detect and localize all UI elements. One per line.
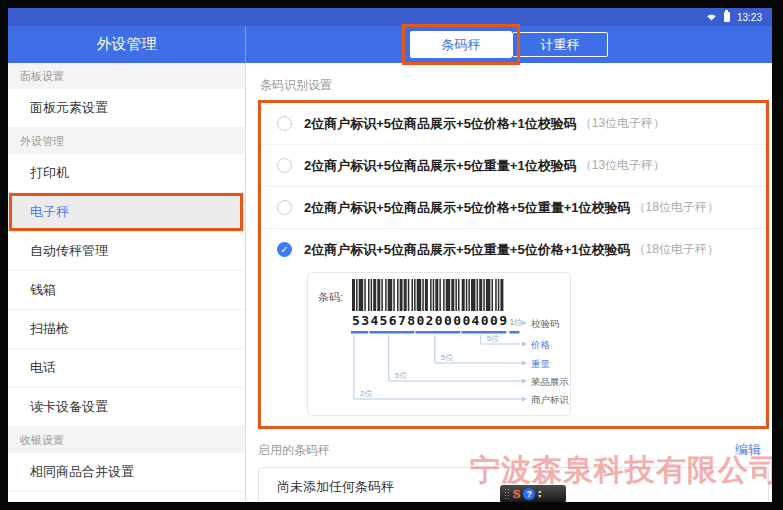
option-label: 2位商户标识+5位商品展示+5位价格+5位重量+1位校验码 <box>304 199 631 217</box>
barcode-format-option-4[interactable]: 2位商户标识+5位商品展示+5位重量+5位价格+1位校验码 （18位电子秤） <box>261 229 766 270</box>
option-note: （18位电子秤） <box>634 199 719 216</box>
sidebar-item-merge-same-goods[interactable]: 相同商品合并设置 <box>8 453 245 492</box>
tab-barcode-scale[interactable]: 条码秤 <box>410 31 512 58</box>
barcode-recognition-settings-label: 条码识别设置 <box>260 77 769 94</box>
sidebar-item-auto-scale-mgmt[interactable]: 自动传秤管理 <box>8 232 245 271</box>
enabled-scales-label: 启用的条码秤 <box>258 442 330 459</box>
svg-text:价格: 价格 <box>530 339 551 350</box>
svg-text:校验码: 校验码 <box>530 318 560 329</box>
barcode-format-option-1[interactable]: 2位商户标识+5位商品展示+5位价格+1位校验码 （13位电子秤） <box>261 103 766 145</box>
help-icon[interactable]: ? <box>523 488 535 500</box>
screenshot-tool-overlay: S ? ▴▾ <box>500 485 566 502</box>
barcode-diagram: 条码:534567802000040091位校验码5位价格5位重量5位菜品展示2… <box>307 272 571 416</box>
sidebar-section-panel-settings: 面板设置 <box>8 63 245 89</box>
radio-icon[interactable] <box>277 158 292 173</box>
svg-text:菜品展示: 菜品展示 <box>531 376 569 387</box>
svg-text:商户标识: 商户标识 <box>531 394 570 405</box>
wifi-icon <box>706 12 717 23</box>
radio-icon[interactable] <box>277 200 292 215</box>
header-tabs-area: 条码秤 计重秤 <box>246 26 772 63</box>
sidebar-item-printer[interactable]: 打印机 <box>8 154 245 193</box>
option-note: （18位电子秤） <box>634 241 719 258</box>
svg-text:5位: 5位 <box>395 371 407 380</box>
status-time: 13:23 <box>737 12 762 23</box>
option-label: 2位商户标识+5位商品展示+5位价格+1位校验码 <box>304 115 577 133</box>
tab-group: 条码秤 计重秤 <box>410 31 608 58</box>
radio-icon[interactable] <box>277 242 292 257</box>
empty-scale-text: 尚未添加任何条码秤 <box>277 478 394 496</box>
option-label: 2位商户标识+5位商品展示+5位重量+5位价格+1位校验码 <box>304 241 631 259</box>
option-note: （13位电子秤） <box>580 115 665 132</box>
edit-link[interactable]: 编辑 <box>735 441 761 459</box>
svg-text:2位: 2位 <box>360 389 372 398</box>
svg-text:5位: 5位 <box>487 334 499 343</box>
sidebar-item-label: 电子秤 <box>30 204 69 219</box>
snip-logo-icon[interactable]: S <box>513 486 520 502</box>
svg-text:1位: 1位 <box>509 317 523 327</box>
svg-text:5位: 5位 <box>441 353 453 362</box>
sidebar-item-phone[interactable]: 电话 <box>8 349 245 388</box>
annotation-box-options: 2位商户标识+5位商品展示+5位价格+1位校验码 （13位电子秤） 2位商户标识… <box>258 100 769 429</box>
status-bar: 13:23 <box>8 8 772 26</box>
header-bar: 外设管理 条码秤 计重秤 <box>8 26 772 63</box>
barcode-diagram-svg: 条码:534567802000040091位校验码5位价格5位重量5位菜品展示2… <box>308 273 570 415</box>
drag-handle-icon[interactable] <box>504 488 510 500</box>
tab-weighing-scale[interactable]: 计重秤 <box>512 32 608 57</box>
svg-text:53456780200004009: 53456780200004009 <box>352 313 507 328</box>
sidebar-item-electronic-scale[interactable]: 电子秤 <box>8 193 245 232</box>
page-title-area: 外设管理 <box>8 26 246 63</box>
sidebar-item-panel-elements[interactable]: 面板元素设置 <box>8 89 245 128</box>
sidebar-section-cashier-settings: 收银设置 <box>8 427 245 453</box>
option-label: 2位商户标识+5位商品展示+5位重量+1位校验码 <box>304 157 577 175</box>
svg-text:条码:: 条码: <box>318 291 343 303</box>
sidebar-item-scanner-gun[interactable]: 扫描枪 <box>8 310 245 349</box>
sidebar-section-peripherals: 外设管理 <box>8 128 245 154</box>
sidebar: 面板设置 面板元素设置 外设管理 打印机 电子秤 自动传秤管理 钱箱 扫描枪 电… <box>8 63 246 502</box>
sidebar-item-member-price-display[interactable]: 会员价展示设置 <box>8 492 245 502</box>
barcode-format-option-3[interactable]: 2位商户标识+5位商品展示+5位价格+5位重量+1位校验码 （18位电子秤） <box>261 187 766 229</box>
sidebar-item-card-reader[interactable]: 读卡设备设置 <box>8 388 245 427</box>
main-content: 条码识别设置 2位商户标识+5位商品展示+5位价格+1位校验码 （13位电子秤）… <box>246 63 772 502</box>
page-title: 外设管理 <box>97 35 157 54</box>
collapse-arrows-icon[interactable]: ▴▾ <box>538 489 541 499</box>
battery-icon <box>724 12 730 22</box>
app-window: 13:23 外设管理 条码秤 计重秤 面板设置 面板元素设置 外设管理 打印机 … <box>8 8 772 502</box>
barcode-format-option-2[interactable]: 2位商户标识+5位商品展示+5位重量+1位校验码 （13位电子秤） <box>261 145 766 187</box>
sidebar-item-cash-drawer[interactable]: 钱箱 <box>8 271 245 310</box>
option-note: （13位电子秤） <box>580 157 665 174</box>
radio-icon[interactable] <box>277 116 292 131</box>
svg-text:重量: 重量 <box>531 358 551 369</box>
